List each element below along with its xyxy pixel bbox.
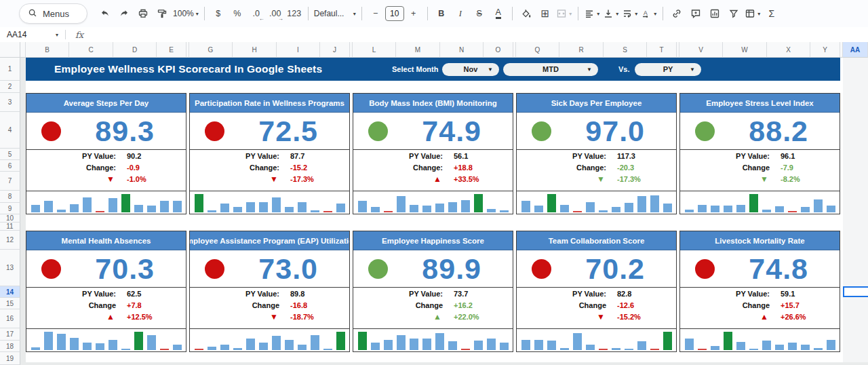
column-header-g[interactable]: G [189,42,233,58]
sparkline-bar [311,210,319,212]
column-header-x[interactable]: X [767,42,810,58]
strikethrough-button[interactable]: S [471,5,488,22]
menus-search[interactable]: Menus [19,3,87,24]
kpi-value: 97.0 [585,113,645,149]
compare-dropdown[interactable]: PY ▼ [635,63,701,76]
column-header-l[interactable]: L [353,42,396,58]
format-currency-button[interactable]: $ [210,5,226,22]
row-header-15[interactable]: 15 [0,298,20,309]
column-header-spacer[interactable] [20,42,26,58]
row-header-14[interactable]: 14 [0,286,20,298]
redo-button[interactable] [116,5,132,22]
row-header-13[interactable]: 13 [0,250,20,286]
horizontal-align-button[interactable]: ▾ [584,5,600,22]
status-dot-green [532,121,551,141]
column-header-b[interactable]: B [26,42,69,58]
row-header-1[interactable]: 1 [0,58,20,81]
stat-value: -17.3% [606,175,676,191]
font-select[interactable]: Defaul... ▾ [314,5,356,22]
column-header-q[interactable]: Q [516,42,559,58]
sparkline-bar [500,210,509,212]
row-header-16[interactable]: 16 [0,309,20,328]
column-header-d[interactable]: D [113,42,157,58]
text-color-button[interactable]: A [490,5,507,22]
number-format-button[interactable]: 123 [286,5,302,22]
row-header-5[interactable]: 5 [0,149,20,160]
bold-button[interactable]: B [433,5,450,22]
stat-value: 90.2 [116,152,186,164]
stat-label: Change [680,301,770,313]
kpi-value: 74.8 [749,250,808,287]
sparkline-bar [83,343,92,350]
sparkline-bar [599,210,608,212]
column-header-h[interactable]: H [233,42,277,58]
column-header-t[interactable]: T [647,42,677,58]
trend-arrow-down-icon: ▼ [26,175,116,191]
kpi-value: 70.2 [585,250,645,287]
table-views-button[interactable]: ▾ [745,5,761,22]
row-header-6[interactable]: 6 [0,160,20,172]
column-header-v[interactable]: V [679,42,723,58]
sparkline-bar [298,202,307,212]
row-header-18[interactable]: 18 [0,341,20,352]
decrease-font-size-button[interactable]: − [368,5,384,22]
print-button[interactable] [135,5,151,22]
filter-button[interactable] [726,5,742,22]
column-header-s[interactable]: S [604,42,647,58]
column-header-e[interactable]: E [157,42,186,58]
zoom-select[interactable]: 100% ▾ [173,5,199,22]
sparkline-bar [775,206,784,212]
month-dropdown[interactable]: Nov ▼ [442,63,499,76]
font-size-input[interactable]: 10 [385,6,404,21]
stat-label: PY Value: [353,152,443,164]
kpi-value: 89.9 [422,250,481,287]
period-dropdown[interactable]: MTD ▼ [503,63,598,76]
text-wrap-button[interactable]: ▾ [622,5,638,22]
column-header-m[interactable]: M [396,42,440,58]
functions-button[interactable]: Σ [764,5,780,22]
sparkline-bar [711,206,719,212]
vertical-align-button[interactable]: ▾ [603,5,619,22]
sparkline-bar [788,343,797,350]
name-box[interactable]: AA14 ▾ [0,30,58,39]
column-header-c[interactable]: C [69,42,113,58]
row-header-4[interactable]: 4 [0,112,20,149]
column-header-i[interactable]: I [277,42,320,58]
format-percent-button[interactable]: % [229,5,245,22]
row-header-2[interactable]: 2 [0,81,20,93]
row-header-10[interactable]: 10 [0,214,20,223]
row-header-7[interactable]: 7 [0,172,20,191]
column-header-r[interactable]: R [559,42,604,58]
row-header-9[interactable]: 9 [0,203,20,214]
undo-button[interactable] [97,5,113,22]
row-header-8[interactable]: 8 [0,191,20,203]
increase-decimal-button[interactable]: .00→ [267,5,283,22]
row-header-12[interactable]: 12 [0,231,20,250]
increase-font-size-button[interactable]: + [406,5,422,22]
row-header-17[interactable]: 17 [0,328,20,341]
trend-arrow-up-icon: ▲ [26,313,116,329]
borders-button[interactable]: ⊞ [537,5,553,22]
italic-button[interactable]: I [452,5,469,22]
insert-link-button[interactable] [669,5,685,22]
paint-format-button[interactable] [154,5,170,22]
column-header-o[interactable]: O [484,42,513,58]
column-header-aa[interactable]: AA [843,42,868,58]
row-header-19[interactable]: 19 [0,352,20,365]
row-header-3[interactable]: 3 [0,93,20,112]
decrease-decimal-button[interactable]: .0← [248,5,264,22]
row-header-11[interactable]: 11 [0,223,20,231]
active-cell-aa14[interactable] [843,286,868,297]
select-all-corner[interactable] [0,42,20,58]
insert-comment-button[interactable] [688,5,704,22]
insert-chart-button[interactable] [707,5,723,22]
column-header-w[interactable]: W [723,42,767,58]
sparkline-bar [573,211,582,212]
column-header-j[interactable]: J [320,42,350,58]
text-rotation-button[interactable]: A ▾ [641,5,657,22]
fill-color-button[interactable] [518,5,534,22]
column-header-n[interactable]: N [440,42,484,58]
status-dot-red [205,259,224,279]
column-header-y[interactable]: Y [810,42,840,58]
merge-cells-button[interactable]: ▾ [556,5,572,22]
